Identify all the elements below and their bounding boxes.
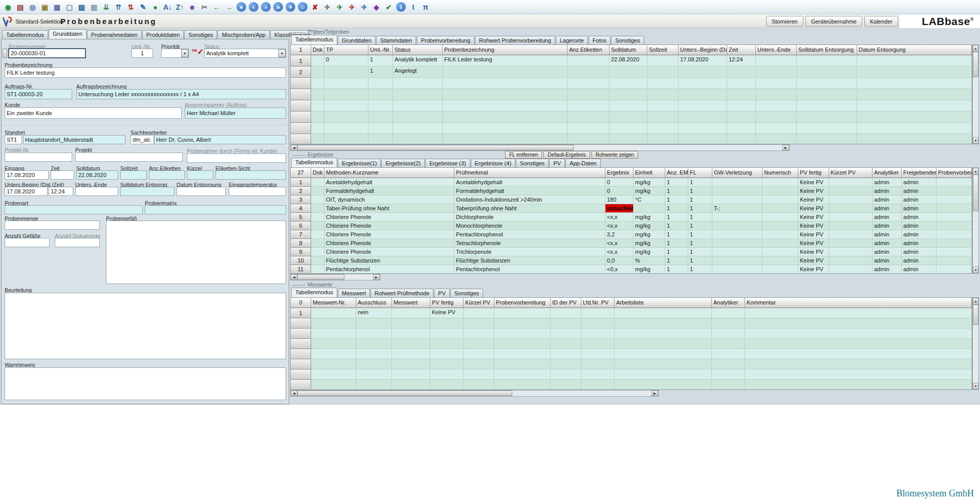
tab-proben-rohwert-probenvorbereitung[interactable]: Rohwert Probenvorbereitung bbox=[475, 36, 555, 45]
column-header-status[interactable]: Status bbox=[393, 45, 443, 55]
row-number[interactable]: 1 bbox=[291, 178, 311, 187]
row-number[interactable] bbox=[291, 318, 311, 329]
tab-mess-messwert[interactable]: Messwert bbox=[338, 289, 370, 297]
default-ergebnis-button[interactable]: Default-Ergebnis bbox=[543, 151, 590, 159]
tab-erg-tabellenmodus[interactable]: Tabellenmodus bbox=[291, 158, 337, 167]
reload-record-icon[interactable]: ○ bbox=[298, 2, 308, 12]
tab-tabellenmodus[interactable]: Tabellenmodus bbox=[2, 30, 48, 39]
tab-proben-tabellenmodus[interactable]: Tabellenmodus bbox=[291, 35, 337, 45]
messwert-table-row[interactable] bbox=[291, 339, 972, 349]
column-header-pv-fertig[interactable]: PV fertig bbox=[430, 298, 464, 308]
scroll-right-icon[interactable]: ▶ bbox=[782, 145, 789, 150]
scrollbar-thumb[interactable] bbox=[297, 145, 574, 150]
tab-produktdaten[interactable]: Produktdaten bbox=[142, 30, 184, 39]
last-record-icon[interactable]: » bbox=[273, 2, 283, 12]
proben-horizontal-scrollbar[interactable]: ◀ ▶ bbox=[290, 144, 790, 151]
next-record-icon[interactable]: › bbox=[261, 2, 271, 12]
column-header-einheit[interactable]: Einheit bbox=[634, 168, 665, 178]
standort-name-input[interactable]: Hauptstandort_Musterstadt bbox=[23, 135, 125, 144]
row-count-header[interactable]: 0 bbox=[291, 298, 311, 308]
row-number[interactable] bbox=[291, 100, 311, 112]
column-header-unters-ende[interactable]: Unters.-Ende bbox=[756, 45, 797, 55]
column-header-unters-beginn[interactable]: Unters.-Beginn (Dat./Zeit) bbox=[679, 45, 727, 55]
anzahl-dokumente-input[interactable] bbox=[55, 238, 100, 247]
send-ok-icon[interactable]: ✈ bbox=[334, 1, 345, 13]
row-number[interactable] bbox=[291, 112, 311, 123]
refresh-icon[interactable]: ◉ bbox=[2, 1, 14, 13]
scroll-right-icon[interactable]: ▶ bbox=[651, 390, 658, 396]
tab-grunddaten[interactable]: Grunddaten bbox=[49, 29, 86, 39]
proben-table-row[interactable] bbox=[291, 112, 972, 123]
export-document-icon[interactable]: ⇈ bbox=[113, 1, 124, 13]
solldatum-input[interactable]: 22.08.2020 bbox=[76, 170, 118, 180]
sachbearbeiter-name-input[interactable]: Herr Dr. Cuvox, Albert bbox=[154, 135, 286, 144]
row-number[interactable] bbox=[291, 359, 311, 369]
proben-table-row[interactable]: 1 0 1 Analytik komplett FILK Leder testu… bbox=[291, 55, 972, 67]
row-number[interactable] bbox=[291, 123, 311, 134]
send-icon[interactable]: ✈ bbox=[321, 1, 333, 13]
ergebnis-table-row[interactable]: 7 Chloriere Phenole Pentachlorophenol 3,… bbox=[291, 230, 972, 239]
row-number[interactable]: 11 bbox=[291, 265, 311, 274]
row-number[interactable]: 10 bbox=[291, 256, 311, 265]
unters-beginn-zeit-input[interactable]: 12:24 bbox=[49, 187, 73, 196]
column-header-uml-nr[interactable]: Uml.-Nr. bbox=[368, 45, 393, 55]
scroll-up-icon[interactable]: ▲ bbox=[973, 45, 978, 52]
column-header-sollzeit[interactable]: Sollzeit bbox=[647, 45, 679, 55]
ergebnis-table-row[interactable]: 1 Acetaldehydgehalt Acetaldehydgehalt 0 … bbox=[291, 178, 972, 187]
scrollbar-thumb[interactable] bbox=[973, 304, 978, 325]
scroll-down-icon[interactable]: ▼ bbox=[973, 137, 978, 144]
column-header-probenvorbereitung[interactable]: Probenvorbereitung bbox=[494, 298, 551, 308]
kunde-input[interactable]: Ein zweiter Kunde bbox=[5, 107, 182, 119]
proben-table-row[interactable] bbox=[291, 134, 972, 144]
ergebnisse-horizontal-scrollbar[interactable]: ◀ ▶ bbox=[290, 274, 380, 280]
tab-erg-3[interactable]: Ergebnisse (3) bbox=[425, 159, 470, 167]
column-header-solldatum-entsorgung[interactable]: Solldatum Entsorgung bbox=[797, 45, 857, 55]
anzahl-gefaesse-input[interactable] bbox=[5, 238, 50, 247]
redo-icon[interactable]: → bbox=[223, 1, 235, 13]
prev-record-icon[interactable]: ‹ bbox=[249, 2, 258, 12]
messwert-table-row[interactable] bbox=[291, 359, 972, 369]
zeit-input[interactable] bbox=[51, 170, 74, 180]
first-record-icon[interactable]: « bbox=[236, 2, 246, 12]
tab-proben-grunddaten[interactable]: Grunddaten bbox=[338, 36, 376, 45]
scroll-down-icon[interactable]: ▼ bbox=[973, 383, 978, 389]
row-number[interactable] bbox=[291, 349, 311, 359]
tab-mess-tabellenmodus[interactable]: Tabellenmodus bbox=[291, 288, 337, 297]
probenmenge-input[interactable] bbox=[5, 221, 100, 230]
ergebnis-table-row[interactable]: 9 Chloriere Phenole Trichlorpenole <x,x … bbox=[291, 248, 972, 256]
proben-table-row[interactable] bbox=[291, 100, 972, 112]
proben-table-row[interactable] bbox=[291, 78, 972, 89]
row-count-header[interactable]: 1 bbox=[291, 45, 311, 55]
ergebnis-table-row[interactable]: 11 Pentachlorphenol Pentachlorphenol <0,… bbox=[291, 265, 972, 274]
column-header-zeit[interactable]: Zeit bbox=[727, 45, 756, 55]
column-header-tp[interactable]: TP bbox=[324, 45, 368, 55]
tab-mess-rohwert-pruefmethode[interactable]: Rohwert Prüfmethode bbox=[371, 289, 433, 297]
scroll-left-icon[interactable]: ◀ bbox=[291, 145, 297, 150]
standard-selektion-button[interactable]: Standard-Selektion bbox=[1, 15, 68, 27]
tab-proben-stammdaten[interactable]: Stammdaten bbox=[376, 36, 416, 45]
beurteilung-textarea[interactable] bbox=[5, 293, 286, 359]
scrollbar-thumb[interactable] bbox=[973, 174, 978, 211]
tab-sonstiges[interactable]: Sonstiges bbox=[184, 30, 217, 39]
new-document-icon[interactable]: ▢ bbox=[63, 1, 75, 13]
tab-erg-4[interactable]: Ergebnisse (4) bbox=[471, 159, 516, 167]
tab-erg-app-daten[interactable]: App-Daten bbox=[565, 159, 601, 167]
storage-icon[interactable]: ▦ bbox=[51, 1, 63, 13]
tab-proben-sonstiges[interactable]: Sonstiges bbox=[611, 36, 644, 45]
edit-icon[interactable]: ✎ bbox=[137, 1, 149, 13]
scrollbar-thumb[interactable] bbox=[973, 52, 978, 77]
prioritaet-dropdown-icon[interactable]: ▼ bbox=[181, 49, 188, 57]
package-icon[interactable]: ◆ bbox=[371, 1, 382, 13]
messwert-table-row[interactable] bbox=[291, 369, 972, 380]
scroll-left-icon[interactable]: ◀ bbox=[291, 274, 297, 280]
column-header-kuerzel-pv[interactable]: Kürzel PV bbox=[829, 168, 873, 178]
unters-ende-input[interactable] bbox=[75, 187, 118, 196]
ansprechpartner-input[interactable]: Herr Michael Müller bbox=[185, 107, 286, 119]
document-icon[interactable]: ▥ bbox=[88, 1, 100, 13]
sort-az-icon[interactable]: A↓ bbox=[162, 1, 173, 13]
column-header-messwert-nr[interactable]: Messwert-Nr. bbox=[311, 298, 356, 308]
kuerzel-input[interactable] bbox=[187, 170, 213, 180]
copy-icon[interactable]: ▣ bbox=[39, 1, 51, 13]
column-header-methoden-kurzname[interactable]: Methoden-Kurzname bbox=[324, 168, 454, 178]
row-number[interactable]: 2 bbox=[291, 187, 311, 195]
